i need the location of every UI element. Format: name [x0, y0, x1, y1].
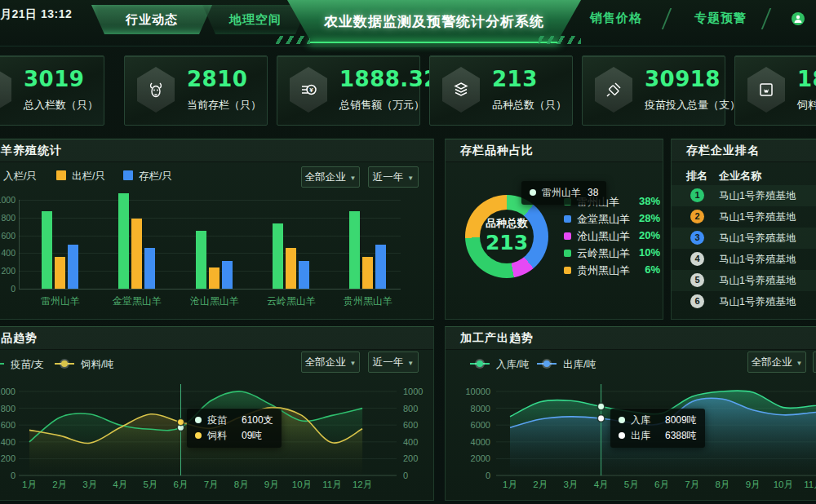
bar	[55, 257, 65, 289]
pie-legend-item: 沧山黑山羊20%	[564, 229, 660, 244]
panel-title: 羊养殖统计	[0, 139, 433, 162]
tooltip-label: 饲料	[207, 428, 235, 444]
enterprise-name: 马山1号养殖基地	[719, 291, 796, 312]
y-axis-tick-label: 0	[0, 284, 16, 294]
bar	[299, 261, 309, 289]
kpi-value: 2810	[187, 67, 247, 91]
kpi-icon-hexagon: ¥	[288, 67, 329, 113]
y-axis-tick-label: 1000	[0, 195, 16, 205]
y-axis-tick-label: 200	[0, 266, 16, 276]
top-nav-bar: 月21日 13:12 行业动态 地理空间 农业数据监测及预警统计分析系统 销售价…	[0, 0, 816, 46]
filter-dropdown-button[interactable]: 全部企业▼	[301, 166, 360, 188]
crosshair-dot	[597, 403, 604, 409]
rank-badge: 4	[690, 252, 704, 266]
tooltip-value: 09吨	[242, 430, 262, 441]
filter-dropdown-button[interactable]: 全部企业▼	[747, 351, 806, 373]
panel-processing-output-trend: 加工产出趋势 入库/吨出库/吨全部企业▼02000400060008000100…	[445, 326, 816, 501]
rank-badge: 5	[690, 273, 704, 287]
kpi-card: 213品种总数（只）	[429, 55, 573, 126]
tooltip-dot	[619, 417, 625, 423]
kpi-value: 1888.32	[339, 67, 439, 91]
legend-label: 出库/吨	[563, 359, 596, 370]
panel-enterprise-ranking: 存栏企业排名 排名 企业名称 1马山1号养殖基地2马山1号养殖基地3马山1号养殖…	[671, 139, 816, 320]
y-axis-tick-label: 4000	[446, 437, 490, 447]
tooltip-dot	[195, 417, 202, 423]
chevron-down-icon: ▼	[350, 360, 357, 367]
x-axis-month-label: 3月	[76, 479, 104, 491]
kpi-value: 30918	[645, 67, 721, 91]
nav-tab-sale-price[interactable]: 销售价格	[571, 0, 661, 36]
table-row: 3马山1号养殖基地	[672, 228, 816, 249]
title-glow-bar	[310, 42, 558, 43]
bar	[222, 261, 233, 289]
kpi-icon-hexagon	[135, 67, 176, 113]
kpi-value: 213	[492, 67, 538, 91]
legend-dot-marker	[61, 360, 68, 367]
x-axis-category-label: 云岭黑山羊	[255, 294, 328, 308]
y-axis-tick-label: 800	[0, 213, 16, 223]
x-axis-month-label: 1月	[496, 479, 524, 491]
pie-legend-label: 云岭黑山羊	[577, 246, 630, 261]
nav-separator	[662, 8, 672, 29]
legend-line-marker	[470, 363, 490, 365]
person-icon	[793, 14, 803, 24]
table-row: 6马山1号养殖基地	[672, 291, 816, 312]
legend-line-marker	[55, 363, 74, 365]
filter-dropdown-label: 近一年	[373, 171, 404, 183]
legend-swatch	[56, 170, 66, 180]
enterprise-name: 马山1号养殖基地	[719, 206, 796, 228]
tooltip-dot	[530, 189, 536, 196]
x-axis-month-label: 11月	[318, 479, 346, 491]
legend-item: 疫苗/支	[0, 358, 44, 371]
filter-dropdown-button-clipped[interactable]	[813, 351, 816, 373]
bar	[209, 267, 220, 289]
table-row: 1马山1号养殖基地	[672, 185, 816, 206]
kpi-icon-hexagon	[0, 67, 13, 113]
datetime-text: 月21日 13:12	[0, 7, 72, 22]
gridline	[19, 200, 401, 201]
bar	[131, 219, 142, 289]
legend-item: 饲料/吨	[55, 358, 114, 371]
y-axis-tick-label-right: 800	[403, 404, 418, 413]
panel-title: 加工产出趋势	[446, 327, 816, 350]
chevron-down-icon: ▼	[350, 175, 357, 182]
x-axis-month-label: 10月	[288, 479, 316, 491]
pie-legend-percent: 38%	[639, 195, 660, 207]
intake-pen-icon	[0, 80, 2, 99]
y-axis-tick-label: 600	[0, 231, 16, 241]
kpi-card: 3019总入栏数（只）	[0, 55, 104, 126]
gridline	[19, 218, 401, 219]
y-axis-tick-label-right: 200	[403, 453, 418, 463]
kpi-card: 2810当前存栏（只）	[124, 55, 268, 126]
bar	[286, 248, 296, 289]
filter-dropdown-button[interactable]: 近一年▼	[368, 166, 419, 188]
pie-legend-label: 金堂黑山羊	[577, 212, 630, 227]
filter-dropdown-button[interactable]: 全部企业▼	[301, 351, 360, 373]
chevron-down-icon: ▼	[407, 360, 414, 367]
legend-dot-marker	[477, 360, 483, 367]
legend-label: 存栏/只	[139, 170, 172, 182]
filter-dropdown-button[interactable]: 近一年▼	[368, 351, 419, 373]
tooltip-label: 出库	[631, 428, 659, 444]
user-avatar-icon[interactable]	[792, 12, 805, 25]
bar	[375, 245, 386, 290]
table-row: 2马山1号养殖基地	[672, 206, 816, 228]
pie-legend-swatch	[564, 232, 571, 240]
tooltip-row: 饲料09吨	[195, 428, 273, 444]
tooltip-dot	[619, 432, 625, 439]
nav-tab-industry[interactable]: 行业动态	[91, 5, 212, 34]
table-row: 4马山1号养殖基地	[672, 249, 816, 270]
tooltip-row: 出库6388吨	[619, 428, 697, 444]
layers-icon	[451, 80, 471, 99]
pie-legend-swatch	[564, 215, 571, 223]
x-axis-month-label: 5月	[136, 479, 164, 491]
x-axis-month-label: 4月	[106, 479, 134, 491]
x-axis-month-label: 8月	[708, 479, 736, 491]
y-axis-tick-label: 8000	[446, 404, 490, 413]
rank-badge: 1	[690, 188, 704, 202]
tooltip-label: 入库	[631, 413, 659, 428]
y-axis-tick-label: 1000	[0, 387, 16, 396]
nav-tab-warning[interactable]: 专题预警	[676, 0, 765, 36]
decor-hatch-right	[539, 36, 581, 44]
kpi-value: 3019	[24, 67, 84, 91]
